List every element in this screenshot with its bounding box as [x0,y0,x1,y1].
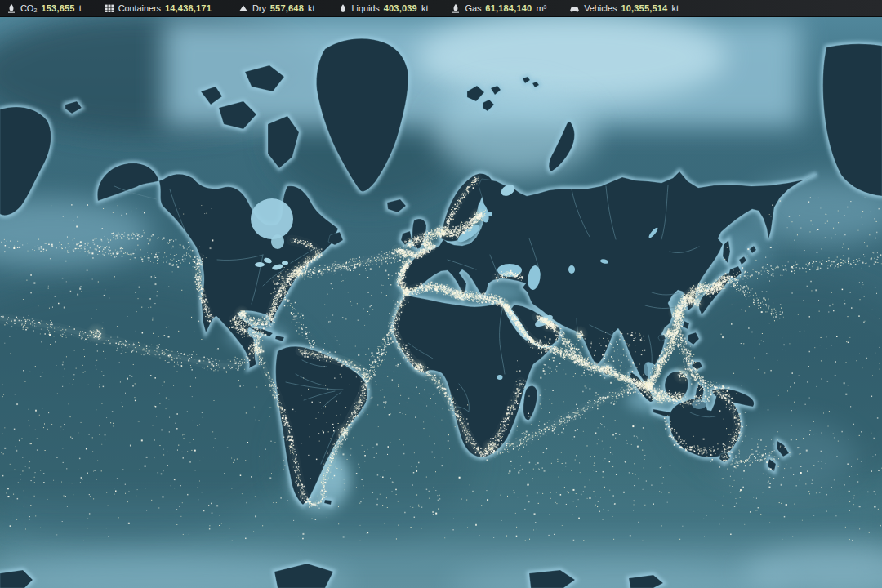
stat-value: 557,648 [270,3,304,13]
stats-bar: CO₂ 153,655 t Containers 14,436,171 Dry … [0,0,882,17]
stat-co2: CO₂ 153,655 t [7,3,82,13]
shipmap-app: CO₂ 153,655 t Containers 14,436,171 Dry … [0,0,882,588]
stat-vehicles: Vehicles 10,355,514 kt [569,3,679,13]
stat-gas: Gas 61,184,140 m³ [451,3,546,13]
liquid-droplet-icon [338,3,348,13]
dry-bulk-pile-icon [238,3,248,13]
stat-containers: Containers 14,436,171 [105,3,216,13]
world-map[interactable] [0,0,882,588]
stat-unit: t [79,3,82,13]
stat-value: 403,039 [384,3,417,13]
stat-unit: kt [671,3,679,13]
stat-value: 14,436,171 [165,3,212,13]
stat-value: 10,355,514 [621,3,667,13]
car-icon [569,3,580,13]
stat-label: Dry [252,3,266,13]
gas-weight-icon [451,3,461,13]
stat-label: CO₂ [20,3,37,13]
stat-value: 153,655 [41,3,74,13]
stat-unit: m³ [536,3,546,13]
stat-dry: Dry 557,648 kt [238,3,315,13]
ship-traffic-layer [0,0,882,588]
stat-value: 61,184,140 [485,3,532,13]
stat-liquids: Liquids 403,039 kt [338,3,429,13]
stat-unit: kt [421,3,429,13]
co2-weight-icon [7,3,16,13]
stat-label: Gas [465,3,481,13]
stat-unit: kt [308,3,315,13]
stat-label: Vehicles [584,3,617,13]
stat-label: Liquids [352,3,380,13]
containers-grid-icon [105,3,114,13]
stat-label: Containers [118,3,161,13]
